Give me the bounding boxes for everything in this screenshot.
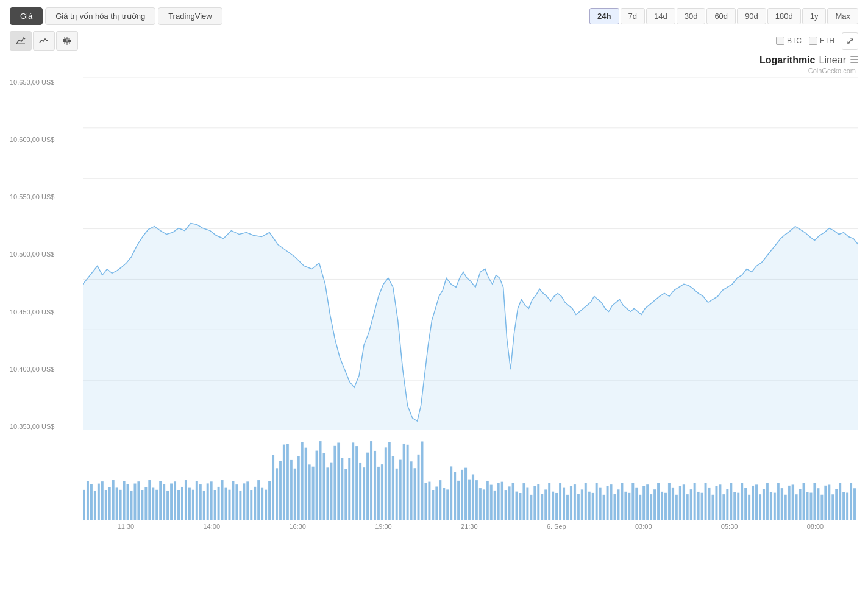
svg-rect-192 <box>722 494 725 520</box>
svg-rect-139 <box>530 495 532 520</box>
svg-rect-210 <box>788 486 791 520</box>
svg-rect-34 <box>148 480 151 520</box>
svg-rect-79 <box>312 467 315 520</box>
svg-rect-195 <box>733 492 736 520</box>
svg-rect-220 <box>824 486 827 520</box>
time-btn-90d[interactable]: 90d <box>737 8 766 24</box>
svg-rect-58 <box>235 484 238 520</box>
svg-rect-37 <box>159 481 162 520</box>
time-btn-max[interactable]: Max <box>827 8 858 24</box>
svg-rect-166 <box>628 493 630 520</box>
svg-rect-226 <box>846 492 848 520</box>
svg-rect-27 <box>123 481 126 520</box>
svg-rect-149 <box>566 495 569 520</box>
svg-rect-182 <box>686 494 689 520</box>
svg-rect-185 <box>697 492 700 520</box>
svg-rect-212 <box>795 494 798 520</box>
svg-rect-117 <box>450 466 452 520</box>
tab-group: Giá Giá trị vốn hóa thị trường TradingVi… <box>10 7 222 25</box>
svg-rect-169 <box>639 495 641 520</box>
svg-rect-205 <box>770 492 772 520</box>
right-controls: BTC ETH ⤢ <box>776 32 858 50</box>
svg-rect-124 <box>475 480 478 520</box>
svg-rect-31 <box>137 481 140 520</box>
svg-rect-61 <box>246 481 249 520</box>
y-label-2: 10.550,00 US$ <box>10 192 83 200</box>
svg-rect-116 <box>446 489 449 520</box>
y-label-4: 10.450,00 US$ <box>10 307 83 316</box>
svg-rect-191 <box>719 484 721 520</box>
time-btn-14d[interactable]: 14d <box>646 8 675 24</box>
tab-tradingview[interactable]: TradingView <box>158 7 222 25</box>
chart-type-area[interactable] <box>10 31 32 51</box>
y-label-3: 10.500,00 US$ <box>10 249 83 258</box>
svg-rect-45 <box>188 488 191 520</box>
menu-icon[interactable]: ☰ <box>850 54 858 66</box>
svg-rect-21 <box>101 481 104 520</box>
svg-rect-121 <box>464 468 467 520</box>
svg-rect-52 <box>214 490 216 520</box>
top-bar: Giá Giá trị vốn hóa thị trường TradingVi… <box>10 7 858 25</box>
scale-linear[interactable]: Linear <box>819 55 846 66</box>
svg-rect-102 <box>396 469 398 520</box>
svg-rect-208 <box>781 488 783 520</box>
svg-rect-107 <box>414 468 416 520</box>
time-btn-180d[interactable]: 180d <box>767 8 801 24</box>
expand-icon[interactable]: ⤢ <box>842 32 858 50</box>
btc-checkbox[interactable] <box>776 37 784 45</box>
svg-rect-228 <box>853 488 856 520</box>
svg-rect-26 <box>119 490 122 520</box>
svg-rect-111 <box>428 482 430 520</box>
svg-rect-157 <box>596 483 598 520</box>
svg-rect-74 <box>294 469 296 520</box>
svg-rect-172 <box>650 494 652 520</box>
chart-type-line[interactable] <box>33 31 55 51</box>
svg-rect-96 <box>374 451 376 520</box>
svg-rect-93 <box>363 467 365 520</box>
svg-rect-110 <box>424 483 427 520</box>
x-label-2: 16:30 <box>289 523 306 530</box>
svg-rect-85 <box>333 446 336 520</box>
tab-gia[interactable]: Giá <box>10 7 43 25</box>
svg-rect-123 <box>472 474 474 520</box>
svg-rect-50 <box>207 483 209 520</box>
time-btn-24h[interactable]: 24h <box>589 8 619 24</box>
svg-rect-70 <box>279 461 282 520</box>
chart-type-candlestick[interactable] <box>56 31 78 51</box>
svg-rect-59 <box>239 491 241 520</box>
svg-rect-125 <box>479 488 482 520</box>
svg-rect-138 <box>526 488 528 520</box>
svg-rect-18 <box>90 484 93 520</box>
scale-logarithmic[interactable]: Logarithmic <box>760 55 816 66</box>
svg-rect-94 <box>366 453 369 520</box>
scale-row: Logarithmic Linear ☰ <box>10 54 858 66</box>
svg-rect-218 <box>817 488 819 520</box>
svg-rect-181 <box>683 484 685 520</box>
tab-market-cap[interactable]: Giá trị vốn hóa thị trường <box>45 7 155 25</box>
y-label-0: 10.650,00 US$ <box>10 77 83 86</box>
time-btn-30d[interactable]: 30d <box>677 8 706 24</box>
time-btn-1y[interactable]: 1y <box>802 8 827 24</box>
svg-rect-152 <box>577 494 580 520</box>
svg-rect-176 <box>664 493 667 520</box>
svg-rect-81 <box>319 441 322 520</box>
x-label-7: 05:30 <box>721 523 738 530</box>
svg-rect-112 <box>432 490 434 520</box>
svg-rect-60 <box>243 483 245 520</box>
volume-chart-svg <box>83 435 858 520</box>
svg-rect-140 <box>533 486 536 520</box>
time-btn-7d[interactable]: 7d <box>621 8 645 24</box>
svg-rect-57 <box>232 481 234 520</box>
svg-rect-126 <box>483 489 485 520</box>
svg-rect-197 <box>741 483 743 520</box>
svg-rect-17 <box>87 481 89 520</box>
svg-rect-215 <box>806 492 809 520</box>
svg-rect-119 <box>457 481 460 520</box>
svg-rect-55 <box>225 488 227 520</box>
svg-rect-141 <box>537 484 539 520</box>
eth-checkbox[interactable] <box>809 37 817 45</box>
svg-rect-100 <box>388 442 391 520</box>
svg-rect-69 <box>276 468 278 520</box>
svg-rect-53 <box>218 487 220 520</box>
time-btn-60d[interactable]: 60d <box>706 8 736 24</box>
